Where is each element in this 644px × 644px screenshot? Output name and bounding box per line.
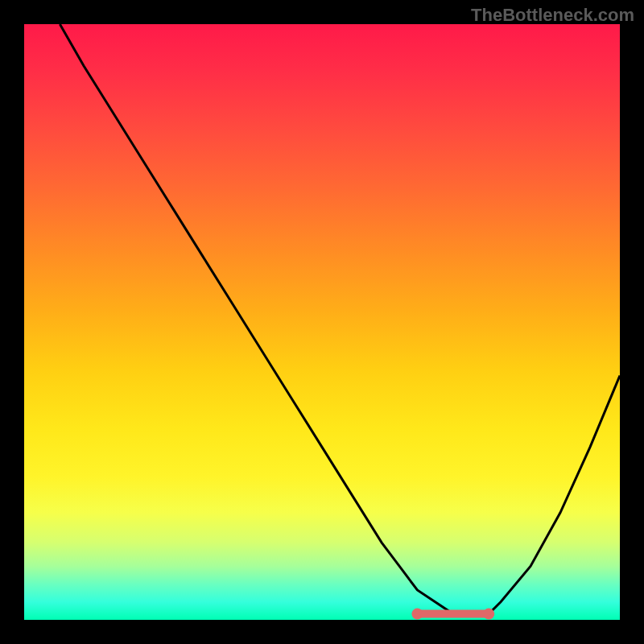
watermark-text: TheBottleneck.com <box>471 5 634 26</box>
chart-svg <box>24 24 620 620</box>
chart-plot-area <box>24 24 620 620</box>
optimal-region-end-dot <box>483 609 494 620</box>
optimal-region-start-dot <box>411 609 423 620</box>
bottleneck-curve-line <box>60 24 620 614</box>
